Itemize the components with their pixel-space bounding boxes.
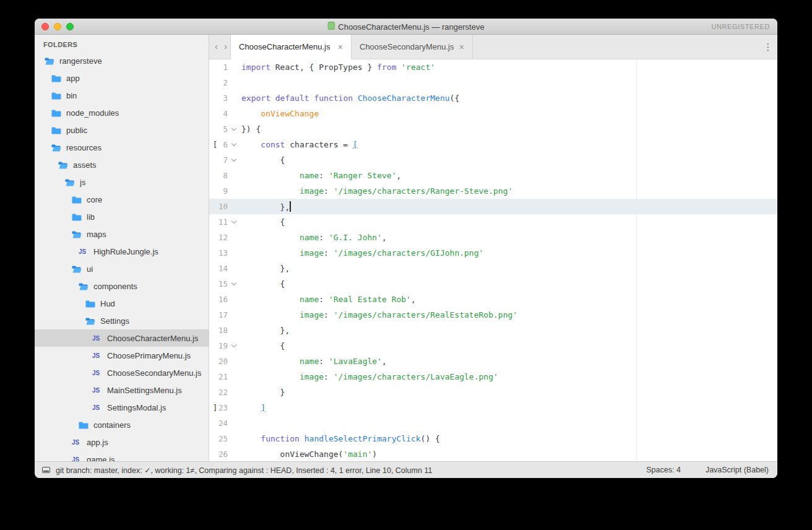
tab-choosesecondarymenu-js[interactable]: ChooseSecondaryMenu.js×: [352, 35, 473, 59]
file-item-app-js[interactable]: JSapp.js: [35, 433, 209, 451]
fold-arrow-icon[interactable]: [228, 129, 240, 130]
tabs-scroll-right-icon[interactable]: ›: [221, 35, 230, 59]
code-text[interactable]: onViewChange: [241, 109, 319, 118]
file-item-settingsmodal-js[interactable]: JSSettingsModal.js: [35, 399, 209, 416]
code-text[interactable]: name: 'Real Estate Rob',: [241, 295, 416, 304]
code-line-7[interactable]: 7 {: [209, 152, 777, 168]
code-line-11[interactable]: 11 {: [209, 214, 777, 230]
code-line-21[interactable]: 21 image: '/images/characters/LavaEagle.…: [209, 369, 777, 384]
code-line-25[interactable]: 25 function handleSelectPrimaryClick() {: [209, 431, 777, 446]
fold-arrow-icon[interactable]: [228, 144, 240, 146]
code-text[interactable]: {: [241, 217, 285, 227]
folder-item-js[interactable]: js: [35, 173, 209, 191]
folder-item-containers[interactable]: containers: [35, 416, 209, 433]
code-line-9[interactable]: 9 image: '/images/characters/Ranger-Stev…: [209, 183, 777, 199]
file-item-mainsettingsmenu-js[interactable]: JSMainSettingsMenu.js: [35, 381, 209, 399]
folder-item-public[interactable]: public: [35, 121, 209, 139]
status-syntax-setting[interactable]: JavaScript (Babel): [706, 466, 769, 474]
code-line-8[interactable]: 8 name: 'Ranger Steve',: [209, 168, 777, 183]
code-text[interactable]: image: '/images/characters/LavaEagle.png…: [241, 372, 498, 381]
tab-choosecharactermenu-js[interactable]: ChooseCharacterMenu.js×: [230, 35, 352, 59]
folder-item-settings[interactable]: Settings: [35, 312, 209, 329]
folder-item-core[interactable]: core: [35, 191, 209, 208]
code-line-16[interactable]: 16 name: 'Real Estate Rob',: [209, 292, 777, 307]
code-text[interactable]: }: [241, 388, 285, 397]
code-line-26[interactable]: 26 onViewChange('main'): [209, 446, 777, 461]
code-text[interactable]: ]: [241, 403, 266, 412]
code-text[interactable]: }) {: [241, 124, 261, 134]
folder-item-hud[interactable]: Hud: [35, 295, 209, 312]
code-line-5[interactable]: 5}) {: [209, 121, 777, 137]
code-text[interactable]: onViewChange('main'): [241, 450, 377, 459]
code-line-10[interactable]: 10 },: [209, 199, 777, 214]
code-line-18[interactable]: 18 },: [209, 323, 777, 338]
folder-item-assets[interactable]: assets: [35, 156, 209, 173]
close-window-button[interactable]: [41, 23, 49, 30]
code-line-23[interactable]: ]23 ]: [209, 400, 777, 415]
folder-item-node-modules[interactable]: node_modules: [35, 104, 209, 121]
tab-close-icon[interactable]: ×: [338, 42, 343, 52]
code-line-17[interactable]: 17 image: '/images/characters/RealEstate…: [209, 307, 777, 323]
code-text[interactable]: {: [241, 341, 285, 350]
code-editor[interactable]: 1import React, { PropTypes } from 'react…: [209, 59, 777, 461]
code-line-20[interactable]: 20 name: 'LavaEagle',: [209, 354, 777, 369]
folder-item-resources[interactable]: resources: [35, 139, 209, 156]
folder-item-maps[interactable]: maps: [35, 225, 209, 243]
code-text[interactable]: name: 'LavaEagle',: [241, 357, 387, 366]
file-item-choosecharactermenu-js[interactable]: JSChooseCharacterMenu.js: [35, 329, 209, 347]
zoom-window-button[interactable]: [66, 23, 74, 30]
minimize-window-button[interactable]: [54, 23, 61, 30]
code-line-4[interactable]: 4 onViewChange: [209, 106, 777, 121]
panel-toggle-icon[interactable]: [42, 467, 50, 473]
code-text[interactable]: const characters = [: [241, 140, 358, 149]
code-token: [241, 233, 300, 242]
code-token: '/images/characters/LavaEagle.png': [334, 372, 498, 381]
code-text[interactable]: {: [241, 155, 285, 165]
fold-arrow-icon[interactable]: [228, 222, 240, 223]
file-item-choosesecondarymenu-js[interactable]: JSChooseSecondaryMenu.js: [35, 364, 209, 381]
folder-item-lib[interactable]: lib: [35, 208, 209, 225]
code-text[interactable]: image: '/images/characters/Ranger-Steve.…: [241, 186, 512, 196]
title-bar[interactable]: ChooseCharacterMenu.js — rangersteve UNR…: [35, 19, 777, 35]
tab-overflow-menu-icon[interactable]: ⋮: [759, 35, 777, 59]
code-line-3[interactable]: 3export default function ChooseCharacter…: [209, 90, 777, 106]
tabs-scroll-left-icon[interactable]: ‹: [212, 35, 221, 59]
code-line-14[interactable]: 14 },: [209, 261, 777, 276]
code-text[interactable]: image: '/images/characters/GIJohn.png': [241, 248, 483, 258]
code-line-12[interactable]: 12 name: 'G.I. John',: [209, 230, 777, 245]
code-text[interactable]: name: 'Ranger Steve',: [241, 171, 401, 180]
code-text[interactable]: function handleSelectPrimaryClick() {: [241, 434, 440, 443]
code-text[interactable]: name: 'G.I. John',: [241, 233, 387, 242]
fold-arrow-icon[interactable]: [228, 345, 240, 347]
status-indent-setting[interactable]: Spaces: 4: [646, 466, 681, 474]
code-line-19[interactable]: 19 {: [209, 338, 777, 354]
code-token: :: [319, 171, 329, 180]
folder-item-app[interactable]: app: [35, 69, 209, 87]
folder-item-ui[interactable]: ui: [35, 260, 209, 277]
code-line-24[interactable]: 24: [209, 415, 777, 431]
folder-tree: rangersteveappbinnode_modulespublicresou…: [35, 52, 209, 461]
fold-arrow-icon[interactable]: [228, 284, 240, 285]
code-line-2[interactable]: 2: [209, 75, 777, 90]
code-text[interactable]: image: '/images/characters/RealEstateRob…: [241, 310, 517, 319]
code-line-13[interactable]: 13 image: '/images/characters/GIJohn.png…: [209, 245, 777, 261]
code-line-6[interactable]: [6 const characters = [: [209, 137, 777, 152]
folder-item-bin[interactable]: bin: [35, 87, 209, 104]
code-text[interactable]: export default function ChooseCharacterM…: [241, 93, 459, 103]
code-text[interactable]: {: [241, 279, 285, 289]
code-line-15[interactable]: 15 {: [209, 276, 777, 292]
line-number: 26: [209, 450, 228, 459]
folder-item-components[interactable]: components: [35, 277, 209, 295]
code-line-22[interactable]: 22 }: [209, 384, 777, 400]
file-item-chooseprimarymenu-js[interactable]: JSChoosePrimaryMenu.js: [35, 347, 209, 364]
code-text[interactable]: },: [241, 326, 290, 335]
folder-item-rangersteve[interactable]: rangersteve: [35, 52, 209, 69]
code-line-1[interactable]: 1import React, { PropTypes } from 'react…: [209, 59, 777, 75]
code-text[interactable]: },: [241, 201, 291, 212]
code-text[interactable]: import React, { PropTypes } from 'react': [241, 63, 435, 72]
fold-arrow-icon[interactable]: [228, 160, 240, 161]
file-item-game-js[interactable]: JSgame.js: [35, 451, 209, 461]
file-item-highrulejungle-js[interactable]: JSHighRuleJungle.js: [35, 243, 209, 260]
code-text[interactable]: },: [241, 264, 290, 273]
tab-close-icon[interactable]: ×: [459, 42, 464, 52]
